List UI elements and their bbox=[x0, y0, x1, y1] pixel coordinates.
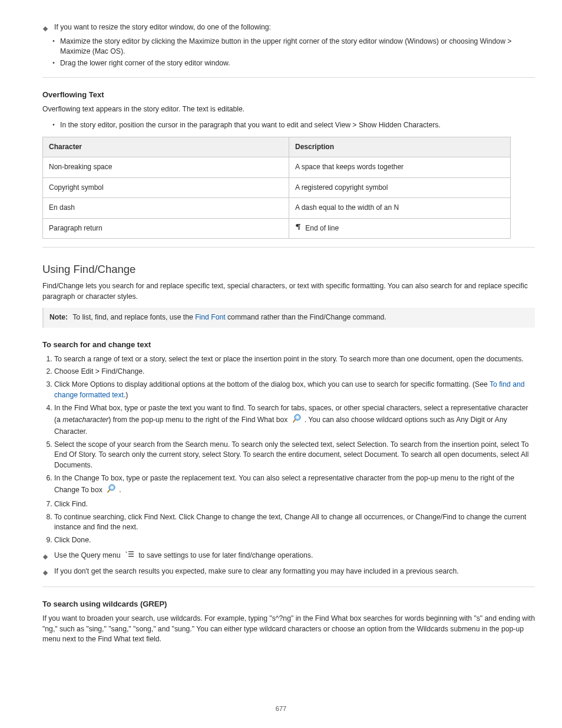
paragraph: Overflowing text appears in the story ed… bbox=[42, 104, 535, 115]
popup-menu-icon bbox=[292, 413, 302, 427]
note-block: Note: To list, find, and replace fonts, … bbox=[42, 308, 535, 328]
list-item: • Drag the lower right corner of the sto… bbox=[52, 58, 535, 69]
table-cell: Copyright symbol bbox=[43, 177, 289, 197]
step-item: Select the scope of your search from the… bbox=[54, 440, 535, 471]
svg-rect-7 bbox=[128, 554, 134, 555]
table-cell-text: End of line bbox=[305, 224, 339, 232]
table-cell: End of line bbox=[289, 218, 511, 239]
table-cell: Non-breaking space bbox=[43, 157, 289, 177]
svg-rect-0 bbox=[43, 27, 48, 31]
tip-block: Use the Query menu to save settings to u… bbox=[42, 551, 535, 562]
tip-text: If you don't get the search results you … bbox=[54, 566, 535, 577]
query-menu-icon bbox=[125, 551, 134, 561]
table-header: Description bbox=[289, 137, 511, 157]
bullet-dot-icon: • bbox=[52, 37, 55, 46]
subsection-heading: To search using wildcards (GREP) bbox=[42, 599, 535, 610]
subsection-heading: Overflowing Text bbox=[42, 90, 535, 101]
pilcrow-icon bbox=[295, 223, 301, 233]
svg-rect-9 bbox=[43, 571, 48, 575]
instruction-block: If you want to resize the story editor w… bbox=[42, 22, 535, 34]
step-item: In the Change To box, type or paste the … bbox=[54, 473, 535, 497]
section-heading: Using Find/Change bbox=[42, 262, 535, 278]
bullet-text: Maximize the story editor by clicking th… bbox=[60, 37, 535, 57]
table-header: Character bbox=[43, 137, 289, 157]
paragraph: If you want to broaden your search, use … bbox=[42, 614, 535, 645]
note-label: Note: bbox=[49, 312, 68, 323]
hidden-characters-table: Character Description Non-breaking space… bbox=[42, 137, 511, 239]
svg-point-2 bbox=[296, 416, 299, 419]
step-item: To search a range of text or a story, se… bbox=[54, 354, 535, 365]
bullet-text: Drag the lower right corner of the story… bbox=[60, 58, 535, 69]
table-row: Non-breaking space A space that keeps wo… bbox=[43, 157, 511, 177]
divider bbox=[42, 587, 535, 587]
table-row: Paragraph return End of line bbox=[43, 218, 511, 239]
table-cell: A space that keeps words together bbox=[289, 157, 511, 177]
table-cell: Paragraph return bbox=[43, 218, 289, 239]
table-row: En dash A dash equal to the width of an … bbox=[43, 198, 511, 218]
svg-point-4 bbox=[111, 486, 113, 489]
tip-text: Use the Query menu to save settings to u… bbox=[54, 551, 535, 561]
steps-list: To search a range of text or a story, se… bbox=[54, 354, 535, 546]
table-row: Copyright symbol A registered copyright … bbox=[43, 177, 511, 197]
paragraph: Find/Change lets you search for and repl… bbox=[42, 281, 535, 302]
step-item: Click More Options to display additional… bbox=[54, 380, 535, 400]
svg-rect-6 bbox=[128, 551, 134, 552]
diamond-icon bbox=[42, 552, 48, 562]
table-cell: En dash bbox=[43, 198, 289, 218]
page-number: 677 bbox=[0, 704, 562, 714]
diamond-icon bbox=[42, 24, 48, 34]
table-cell: A registered copyright symbol bbox=[289, 177, 511, 197]
note-text: To list, find, and replace fonts, use th… bbox=[72, 312, 529, 323]
step-item: Click Done. bbox=[54, 535, 535, 546]
diamond-icon bbox=[42, 568, 48, 578]
tip-block: If you don't get the search results you … bbox=[42, 566, 535, 578]
bullet-text: In the story editor, position the cursor… bbox=[60, 120, 535, 131]
find-font-link[interactable]: Find Font bbox=[195, 313, 225, 321]
divider bbox=[42, 77, 535, 78]
svg-rect-5 bbox=[43, 554, 48, 559]
subsection-heading: To search for and change text bbox=[42, 340, 535, 351]
list-item: • Maximize the story editor by clicking … bbox=[52, 37, 535, 57]
divider bbox=[42, 247, 535, 248]
step-item: Click Find. bbox=[54, 499, 535, 510]
bullet-dot-icon: • bbox=[52, 58, 55, 68]
step-item: Choose Edit > Find/Change. bbox=[54, 367, 535, 377]
bullet-dot-icon: • bbox=[52, 120, 55, 130]
list-item: • In the story editor, position the curs… bbox=[52, 120, 535, 131]
step-item: To continue searching, click Find Next. … bbox=[54, 512, 535, 533]
svg-rect-8 bbox=[128, 556, 134, 557]
intro-text: If you want to resize the story editor w… bbox=[54, 22, 535, 33]
step-item: In the Find What box, type or paste the … bbox=[54, 403, 535, 437]
table-cell: A dash equal to the width of an N bbox=[289, 198, 511, 218]
popup-menu-icon bbox=[107, 483, 117, 497]
